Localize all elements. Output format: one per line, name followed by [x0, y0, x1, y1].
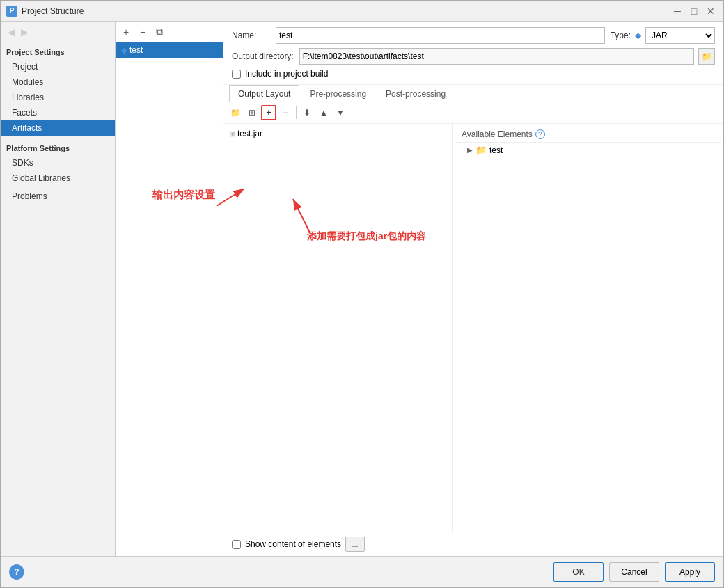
move-down-button[interactable]: ▼: [333, 105, 348, 120]
add-element-button[interactable]: +: [261, 105, 276, 120]
title-bar: P Project Structure ─ □ ✕: [1, 1, 723, 22]
sidebar: ◀ ▶ Project Settings Project Modules Lib…: [1, 22, 116, 556]
output-area: ⊞ test.jar Available Elements ? ▶ 📁: [223, 124, 723, 532]
annotation-text-2: 添加需要打包成jar包的内容: [307, 230, 426, 243]
main-panel: Name: Type: ◆ JAR WAR EAR Output directo…: [223, 22, 723, 556]
annotation-text-1: 输出内容设置: [152, 189, 215, 202]
sidebar-item-global-libraries[interactable]: Global Libraries: [1, 170, 115, 186]
up-icon: ▲: [320, 108, 328, 118]
output-layout-toolbar: 📁 ⊞ + − ⬇ ▲: [223, 102, 723, 124]
tab-output-layout[interactable]: Output Layout: [229, 85, 299, 102]
add-artifact-button[interactable]: +: [118, 24, 134, 40]
show-content-label: Show content of elements: [245, 539, 341, 549]
project-settings-label: Project Settings: [1, 42, 115, 59]
footer: ? OK Cancel Apply: [1, 556, 723, 587]
show-content-browse-button[interactable]: ...: [345, 537, 365, 552]
expand-arrow-icon: ▶: [467, 146, 473, 154]
available-elements-header: Available Elements ?: [456, 127, 721, 143]
window-title: Project Structure: [22, 6, 84, 16]
browse-button[interactable]: 📁: [698, 48, 715, 65]
sidebar-item-project[interactable]: Project: [1, 59, 115, 74]
forward-button[interactable]: ▶: [19, 25, 30, 39]
name-label: Name:: [232, 31, 270, 40]
tabs-bar: Output Layout Pre-processing Post-proces…: [223, 85, 723, 102]
name-input[interactable]: [276, 27, 605, 44]
platform-settings-label: Platform Settings: [1, 138, 115, 155]
sidebar-nav: ◀ ▶: [1, 22, 115, 42]
extract-button[interactable]: ⬇: [299, 105, 315, 120]
artifact-form: Name: Type: ◆ JAR WAR EAR Output directo…: [223, 22, 723, 85]
output-dir-label: Output directory:: [232, 51, 294, 61]
cancel-button[interactable]: Cancel: [609, 562, 659, 582]
output-tree: ⊞ test.jar: [223, 124, 453, 532]
plus-icon: +: [266, 108, 271, 118]
add-jar-button[interactable]: ⊞: [244, 105, 260, 120]
list-panel-toolbar: + − ⧉: [116, 22, 223, 42]
tab-pre-processing[interactable]: Pre-processing: [301, 85, 375, 102]
folder-browse-icon: 📁: [702, 51, 712, 61]
extract-icon: ⬇: [304, 108, 310, 118]
available-elements-panel: Available Elements ? ▶ 📁 test: [453, 124, 723, 532]
folder-icon: 📁: [475, 145, 487, 155]
move-up-button[interactable]: ▲: [316, 105, 331, 120]
create-dir-button[interactable]: 📁: [228, 105, 243, 120]
jar-icon: ◆: [121, 46, 127, 55]
tab-post-processing[interactable]: Post-processing: [377, 85, 455, 102]
sidebar-item-libraries[interactable]: Libraries: [1, 90, 115, 105]
info-icon[interactable]: ?: [535, 129, 545, 139]
type-label: Type:: [611, 31, 631, 40]
sidebar-item-modules[interactable]: Modules: [1, 74, 115, 90]
help-button[interactable]: ?: [9, 564, 24, 580]
remove-element-button[interactable]: −: [278, 105, 293, 120]
sidebar-item-problems[interactable]: Problems: [1, 189, 115, 204]
remove-artifact-button[interactable]: −: [135, 24, 150, 40]
app-icon: P: [6, 6, 17, 17]
ok-button[interactable]: OK: [553, 562, 604, 582]
tree-item-test-jar[interactable]: ⊞ test.jar: [223, 127, 452, 141]
sidebar-item-sdks[interactable]: SDKs: [1, 155, 115, 170]
include-in-build-checkbox[interactable]: [232, 70, 241, 79]
minus-icon: −: [283, 108, 288, 118]
artifact-list-panel: + − ⧉ ◆ test: [116, 22, 223, 556]
window-controls: ─ □ ✕: [670, 4, 718, 18]
include-in-build-label: Include in project build: [245, 69, 328, 79]
jar-file-icon: ⊞: [229, 130, 235, 138]
sidebar-item-artifacts[interactable]: Artifacts: [1, 120, 115, 136]
toolbar-separator: [296, 106, 297, 119]
create-dir-icon: 📁: [230, 108, 241, 118]
back-button[interactable]: ◀: [6, 25, 17, 39]
add-jar-icon: ⊞: [249, 108, 255, 118]
artifact-list-item[interactable]: ◆ test: [116, 42, 223, 58]
copy-artifact-button[interactable]: ⧉: [152, 24, 167, 40]
show-content-checkbox[interactable]: [232, 540, 241, 549]
output-dir-input[interactable]: [299, 48, 694, 65]
down-icon: ▼: [336, 108, 345, 118]
sidebar-item-facets[interactable]: Facets: [1, 105, 115, 120]
close-button[interactable]: ✕: [704, 4, 718, 18]
minimize-button[interactable]: ─: [670, 4, 684, 18]
maximize-button[interactable]: □: [687, 4, 701, 18]
jar-type-icon: ◆: [635, 31, 641, 40]
apply-button[interactable]: Apply: [665, 562, 715, 582]
type-select[interactable]: JAR WAR EAR: [645, 27, 715, 44]
available-tree-item-test[interactable]: ▶ 📁 test: [456, 143, 721, 157]
bottom-bar: Show content of elements ...: [223, 532, 723, 556]
